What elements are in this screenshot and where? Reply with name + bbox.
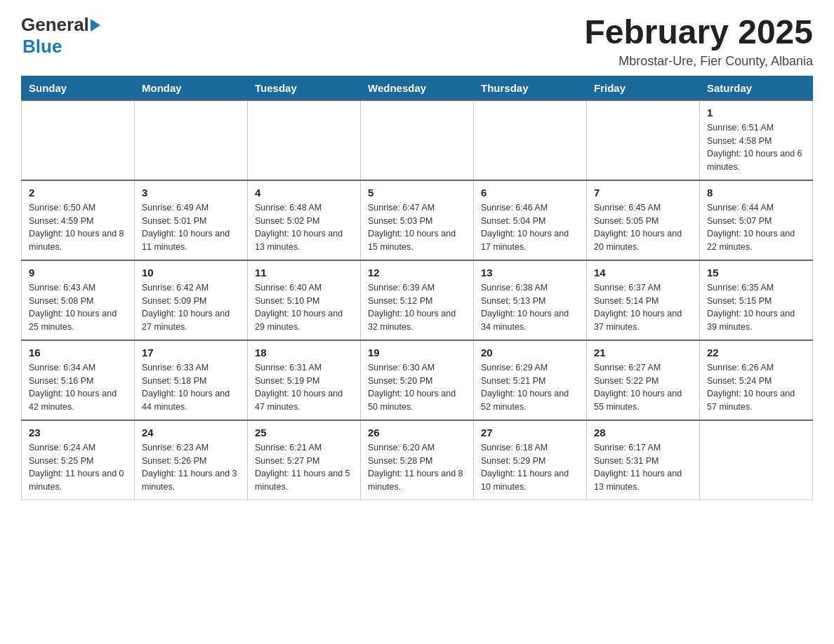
- calendar-week-row: 2Sunrise: 6:50 AMSunset: 4:59 PMDaylight…: [22, 180, 813, 260]
- day-number: 27: [481, 427, 579, 438]
- day-number: 26: [368, 427, 466, 438]
- day-number: 8: [707, 187, 805, 199]
- day-info: Sunrise: 6:49 AMSunset: 5:01 PMDaylight:…: [142, 201, 240, 254]
- day-number: 3: [142, 187, 240, 199]
- location-text: Mbrostar-Ure, Fier County, Albania: [584, 54, 813, 69]
- calendar-cell: 13Sunrise: 6:38 AMSunset: 5:13 PMDayligh…: [474, 260, 587, 340]
- calendar-cell: 26Sunrise: 6:20 AMSunset: 5:28 PMDayligh…: [361, 420, 474, 500]
- col-wednesday: Wednesday: [361, 76, 474, 100]
- calendar-cell: 25Sunrise: 6:21 AMSunset: 5:27 PMDayligh…: [248, 420, 361, 500]
- calendar-cell: 8Sunrise: 6:44 AMSunset: 5:07 PMDaylight…: [700, 180, 813, 260]
- col-thursday: Thursday: [474, 76, 587, 100]
- page-header: General Blue February 2025 Mbrostar-Ure,…: [21, 14, 813, 69]
- day-info: Sunrise: 6:47 AMSunset: 5:03 PMDaylight:…: [368, 201, 466, 254]
- calendar-cell: 24Sunrise: 6:23 AMSunset: 5:26 PMDayligh…: [135, 420, 248, 500]
- calendar-cell: 28Sunrise: 6:17 AMSunset: 5:31 PMDayligh…: [587, 420, 700, 500]
- day-info: Sunrise: 6:46 AMSunset: 5:04 PMDaylight:…: [481, 201, 579, 254]
- calendar-cell: 17Sunrise: 6:33 AMSunset: 5:18 PMDayligh…: [135, 340, 248, 420]
- col-sunday: Sunday: [22, 76, 135, 100]
- calendar-cell: 12Sunrise: 6:39 AMSunset: 5:12 PMDayligh…: [361, 260, 474, 340]
- day-info: Sunrise: 6:20 AMSunset: 5:28 PMDaylight:…: [368, 441, 466, 494]
- calendar-cell: 5Sunrise: 6:47 AMSunset: 5:03 PMDaylight…: [361, 180, 474, 260]
- calendar-week-row: 1Sunrise: 6:51 AMSunset: 4:58 PMDaylight…: [22, 100, 813, 180]
- day-info: Sunrise: 6:18 AMSunset: 5:29 PMDaylight:…: [481, 441, 579, 494]
- calendar-cell: 16Sunrise: 6:34 AMSunset: 5:16 PMDayligh…: [22, 340, 135, 420]
- day-number: 6: [481, 187, 579, 199]
- calendar-cell: [135, 100, 248, 180]
- day-number: 19: [368, 347, 466, 358]
- col-tuesday: Tuesday: [248, 76, 361, 100]
- day-number: 28: [594, 427, 692, 438]
- day-number: 12: [368, 267, 466, 279]
- day-info: Sunrise: 6:26 AMSunset: 5:24 PMDaylight:…: [707, 361, 805, 414]
- calendar-cell: 7Sunrise: 6:45 AMSunset: 5:05 PMDaylight…: [587, 180, 700, 260]
- day-info: Sunrise: 6:23 AMSunset: 5:26 PMDaylight:…: [142, 441, 240, 494]
- day-number: 17: [142, 347, 240, 358]
- day-info: Sunrise: 6:50 AMSunset: 4:59 PMDaylight:…: [29, 201, 127, 254]
- calendar-cell: [587, 100, 700, 180]
- calendar-cell: [474, 100, 587, 180]
- day-info: Sunrise: 6:31 AMSunset: 5:19 PMDaylight:…: [255, 361, 353, 414]
- day-info: Sunrise: 6:42 AMSunset: 5:09 PMDaylight:…: [142, 281, 240, 334]
- calendar-cell: 3Sunrise: 6:49 AMSunset: 5:01 PMDaylight…: [135, 180, 248, 260]
- day-info: Sunrise: 6:38 AMSunset: 5:13 PMDaylight:…: [481, 281, 579, 334]
- calendar-cell: 23Sunrise: 6:24 AMSunset: 5:25 PMDayligh…: [22, 420, 135, 500]
- calendar-table: Sunday Monday Tuesday Wednesday Thursday…: [21, 76, 813, 500]
- day-info: Sunrise: 6:40 AMSunset: 5:10 PMDaylight:…: [255, 281, 353, 334]
- day-info: Sunrise: 6:37 AMSunset: 5:14 PMDaylight:…: [594, 281, 692, 334]
- day-info: Sunrise: 6:29 AMSunset: 5:21 PMDaylight:…: [481, 361, 579, 414]
- calendar-cell: 20Sunrise: 6:29 AMSunset: 5:21 PMDayligh…: [474, 340, 587, 420]
- logo-arrow-icon: [91, 19, 100, 32]
- day-number: 7: [594, 187, 692, 199]
- day-number: 23: [29, 427, 127, 438]
- calendar-cell: 2Sunrise: 6:50 AMSunset: 4:59 PMDaylight…: [22, 180, 135, 260]
- day-info: Sunrise: 6:21 AMSunset: 5:27 PMDaylight:…: [255, 441, 353, 494]
- day-number: 1: [707, 107, 805, 119]
- day-number: 2: [29, 187, 127, 199]
- calendar-cell: 22Sunrise: 6:26 AMSunset: 5:24 PMDayligh…: [700, 340, 813, 420]
- calendar-cell: 19Sunrise: 6:30 AMSunset: 5:20 PMDayligh…: [361, 340, 474, 420]
- day-info: Sunrise: 6:17 AMSunset: 5:31 PMDaylight:…: [594, 441, 692, 494]
- calendar-cell: 10Sunrise: 6:42 AMSunset: 5:09 PMDayligh…: [135, 260, 248, 340]
- day-number: 10: [142, 267, 240, 279]
- calendar-cell: [361, 100, 474, 180]
- day-info: Sunrise: 6:27 AMSunset: 5:22 PMDaylight:…: [594, 361, 692, 414]
- day-number: 13: [481, 267, 579, 279]
- logo-general-text: General: [21, 14, 89, 36]
- month-title: February 2025: [584, 14, 813, 51]
- col-friday: Friday: [587, 76, 700, 100]
- day-number: 4: [255, 187, 353, 199]
- day-info: Sunrise: 6:44 AMSunset: 5:07 PMDaylight:…: [707, 201, 805, 254]
- logo-blue-text: Blue: [22, 36, 62, 57]
- calendar-cell: 9Sunrise: 6:43 AMSunset: 5:08 PMDaylight…: [22, 260, 135, 340]
- day-number: 5: [368, 187, 466, 199]
- calendar-week-row: 9Sunrise: 6:43 AMSunset: 5:08 PMDaylight…: [22, 260, 813, 340]
- calendar-cell: 18Sunrise: 6:31 AMSunset: 5:19 PMDayligh…: [248, 340, 361, 420]
- day-info: Sunrise: 6:39 AMSunset: 5:12 PMDaylight:…: [368, 281, 466, 334]
- logo: General Blue: [21, 14, 102, 58]
- day-info: Sunrise: 6:24 AMSunset: 5:25 PMDaylight:…: [29, 441, 127, 494]
- day-number: 16: [29, 347, 127, 358]
- calendar-cell: 1Sunrise: 6:51 AMSunset: 4:58 PMDaylight…: [700, 100, 813, 180]
- calendar-cell: 27Sunrise: 6:18 AMSunset: 5:29 PMDayligh…: [474, 420, 587, 500]
- day-number: 25: [255, 427, 353, 438]
- calendar-cell: [700, 420, 813, 500]
- col-monday: Monday: [135, 76, 248, 100]
- calendar-week-row: 16Sunrise: 6:34 AMSunset: 5:16 PMDayligh…: [22, 340, 813, 420]
- day-info: Sunrise: 6:43 AMSunset: 5:08 PMDaylight:…: [29, 281, 127, 334]
- day-number: 21: [594, 347, 692, 358]
- day-number: 24: [142, 427, 240, 438]
- day-number: 9: [29, 267, 127, 279]
- day-number: 20: [481, 347, 579, 358]
- day-number: 15: [707, 267, 805, 279]
- col-saturday: Saturday: [700, 76, 813, 100]
- day-info: Sunrise: 6:48 AMSunset: 5:02 PMDaylight:…: [255, 201, 353, 254]
- calendar-header-row: Sunday Monday Tuesday Wednesday Thursday…: [22, 76, 813, 100]
- calendar-week-row: 23Sunrise: 6:24 AMSunset: 5:25 PMDayligh…: [22, 420, 813, 500]
- day-info: Sunrise: 6:30 AMSunset: 5:20 PMDaylight:…: [368, 361, 466, 414]
- calendar-cell: 6Sunrise: 6:46 AMSunset: 5:04 PMDaylight…: [474, 180, 587, 260]
- calendar-cell: [22, 100, 135, 180]
- calendar-cell: 4Sunrise: 6:48 AMSunset: 5:02 PMDaylight…: [248, 180, 361, 260]
- day-info: Sunrise: 6:51 AMSunset: 4:58 PMDaylight:…: [707, 121, 805, 174]
- day-info: Sunrise: 6:33 AMSunset: 5:18 PMDaylight:…: [142, 361, 240, 414]
